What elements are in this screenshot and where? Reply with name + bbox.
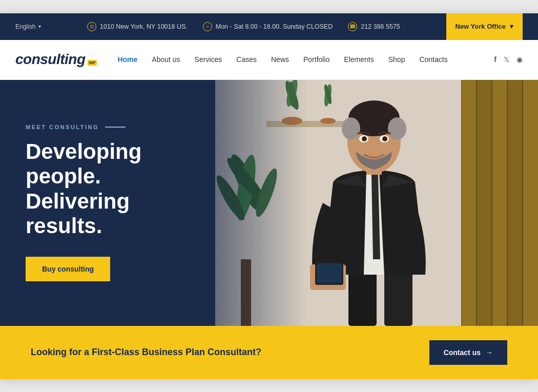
nav-link-elements[interactable]: Elements [344,55,374,64]
hours-text: Mon - Sat 8.00 - 18.00. Sunday CLOSED [216,23,333,30]
nav-item-about[interactable]: About us [152,55,180,64]
nav-item-services[interactable]: Services [195,55,222,64]
nav-item-portfolio[interactable]: Portfolio [303,55,329,64]
svg-point-31 [342,117,360,140]
nav-link-shop[interactable]: Shop [388,55,405,64]
nav-item-home[interactable]: Home [117,55,137,64]
hero-title-line1: Developing people. [26,139,141,188]
phone-text: 212 386 5575 [361,23,400,30]
twitter-link[interactable]: 𝕏 [504,55,509,64]
office-arrow: ▾ [510,23,513,30]
svg-point-35 [362,136,367,141]
svg-rect-39 [317,263,342,283]
address-info: ⊙ 1010 New York, NY 10018 US. [87,22,188,31]
svg-point-32 [388,117,406,140]
hero-pretitle-line [105,127,126,128]
office-label: New York Office [456,23,506,30]
nav-link-cases[interactable]: Cases [236,55,257,64]
hero-image [215,80,538,326]
top-bar-info: ⊙ 1010 New York, NY 10018 US. ○ Mon - Sa… [87,22,400,31]
nav-item-cases[interactable]: Cases [236,55,257,64]
nav-link-services[interactable]: Services [195,55,222,64]
nav-link-portfolio[interactable]: Portfolio [303,55,329,64]
contact-us-button[interactable]: Contact us → [429,340,507,365]
language-arrow: ▾ [38,24,41,29]
nav-item-elements[interactable]: Elements [344,55,374,64]
nav-link-contacts[interactable]: Contacts [419,55,447,64]
phone-info: ☎ 212 386 5575 [348,22,400,31]
bottom-bar-text: Looking for a First-Class Business Plan … [31,347,261,358]
nav-item-news[interactable]: News [271,55,289,64]
svg-rect-3 [492,80,507,326]
hero-section: MEET CONSULTING Developing people. Deliv… [0,80,538,326]
hours-info: ○ Mon - Sat 8.00 - 18.00. Sunday CLOSED [203,22,333,31]
nav-link-home[interactable]: Home [117,55,137,64]
svg-point-36 [382,136,387,141]
bottom-bar: Looking for a First-Class Business Plan … [0,326,538,379]
hero-photo [215,80,538,326]
svg-rect-2 [477,80,492,326]
nav-links: Home About us Services Cases News Portfo… [117,55,494,64]
logo-wp-badge: WP [88,60,97,66]
hero-pretitle: MEET CONSULTING [26,124,99,130]
facebook-link[interactable]: f [494,55,496,64]
contact-btn-arrow: → [486,348,493,357]
hero-pretitle-wrapper: MEET CONSULTING [26,124,190,130]
hero-title: Developing people. Delivering results. [26,139,190,238]
main-nav: consultingWP Home About us Services Case… [0,40,538,80]
hero-title-line2: Delivering results. [26,189,130,238]
svg-rect-4 [507,80,523,326]
nav-social: f 𝕏 ◉ [494,55,523,64]
address-text: 1010 New York, NY 10018 US. [100,23,188,30]
hero-buy-button[interactable]: Buy consulting [26,257,110,281]
svg-point-14 [320,118,336,124]
svg-rect-1 [461,80,477,326]
svg-rect-40 [215,80,307,326]
language-selector[interactable]: English ▾ [15,23,41,30]
phone-icon: ☎ [348,22,357,31]
svg-rect-5 [523,80,538,326]
contact-btn-label: Contact us [444,348,481,357]
top-bar: English ▾ ⊙ 1010 New York, NY 10018 US. … [0,13,538,40]
nav-item-shop[interactable]: Shop [388,55,405,64]
office-selector[interactable]: New York Office ▾ [446,13,523,40]
logo-text: consulting [15,51,86,68]
clock-icon: ○ [203,22,212,31]
location-icon: ⊙ [87,22,96,31]
nav-link-about[interactable]: About us [152,55,180,64]
hero-content: MEET CONSULTING Developing people. Deliv… [0,80,215,326]
page-wrapper: English ▾ ⊙ 1010 New York, NY 10018 US. … [0,13,538,379]
language-label: English [15,23,35,30]
instagram-link[interactable]: ◉ [516,55,523,64]
logo-link[interactable]: consultingWP [15,51,97,68]
nav-item-contacts[interactable]: Contacts [419,55,447,64]
nav-link-news[interactable]: News [271,55,289,64]
